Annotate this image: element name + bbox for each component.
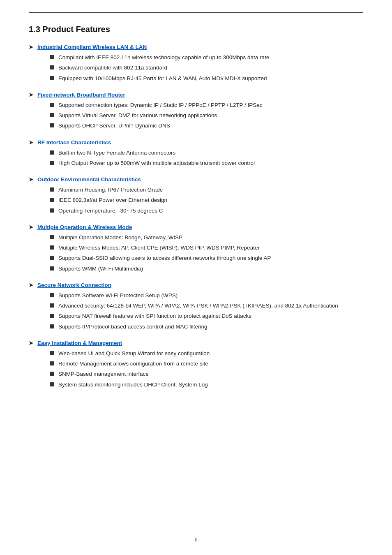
list-item: Aluminum Housing, IP67 Protection Grade <box>50 186 363 194</box>
list-item: High Output Power up to 500mW with multi… <box>50 159 363 167</box>
bullet-text: Aluminum Housing, IP67 Protection Grade <box>58 186 163 194</box>
list-item: Backward compatible with 802.11a standar… <box>50 64 363 72</box>
bullet-text: Supports Virtual Server, DMZ for various… <box>58 111 217 120</box>
list-item: Multiple Wireless Modes: AP, Client CPE … <box>50 244 363 252</box>
feature-heading-row-easy-install: ➤Easy Installation & Management <box>29 340 363 346</box>
feature-heading-fixed-network: Fixed-network Broadband Router <box>37 92 125 98</box>
feature-heading-outdoor-env: Outdoor Environmental Characteristics <box>37 176 141 183</box>
bullet-text: Supports IP/Protocol-based access contro… <box>58 323 207 331</box>
bullet-text: Supports Dual-SSID allowing users to acc… <box>58 254 271 262</box>
bullet-list-industrial-lan: Compliant with IEEE 802.11n wireless tec… <box>29 53 363 83</box>
list-item: Supports Virtual Server, DMZ for various… <box>50 111 363 120</box>
arrow-icon-rf-interface: ➤ <box>29 139 33 146</box>
bullet-square-icon <box>50 324 54 328</box>
arrow-icon-fixed-network: ➤ <box>29 92 33 98</box>
bullet-text: Multiple Wireless Modes: AP, Client CPE … <box>58 244 260 252</box>
feature-heading-row-secure-network: ➤Secure Network Connection <box>29 282 363 288</box>
bullet-square-icon <box>50 351 54 355</box>
bullet-square-icon <box>50 55 54 59</box>
bullet-text: Supports WMM (Wi-Fi Multimedia) <box>58 265 143 273</box>
bullet-text: Supported connection types: Dynamic IP /… <box>58 101 263 109</box>
feature-heading-row-outdoor-env: ➤Outdoor Environmental Characteristics <box>29 176 363 183</box>
bullet-square-icon <box>50 103 54 107</box>
bullet-list-easy-install: Web-based UI and Quick Setup Wizard for … <box>29 349 363 389</box>
list-item: Remote Management allows configuration f… <box>50 360 363 368</box>
list-item: Equipped with 10/100Mbps RJ-45 Ports for… <box>50 74 363 83</box>
list-item: Supports IP/Protocol-based access contro… <box>50 323 363 331</box>
bullet-text: Web-based UI and Quick Setup Wizard for … <box>58 349 210 358</box>
bullet-square-icon <box>50 235 54 239</box>
arrow-icon-secure-network: ➤ <box>29 282 33 288</box>
feature-block-industrial-lan: ➤Industrial Compliant Wireless LAN & LAN… <box>29 44 363 83</box>
bullet-text: Supports NAT firewall features with SPI … <box>58 312 251 320</box>
list-item: Supports Software Wi-Fi Protected Setup … <box>50 291 363 300</box>
feature-block-easy-install: ➤Easy Installation & ManagementWeb-based… <box>29 340 363 389</box>
list-item: Built-in two N-Type Female Antenna conne… <box>50 149 363 157</box>
arrow-icon-outdoor-env: ➤ <box>29 176 33 183</box>
feature-heading-easy-install: Easy Installation & Management <box>37 340 122 346</box>
feature-heading-multiple-op: Multiple Operation & Wireless Mode <box>37 224 132 230</box>
bullet-list-fixed-network: Supported connection types: Dynamic IP /… <box>29 101 363 130</box>
bullet-square-icon <box>50 303 54 308</box>
bullet-square-icon <box>50 266 54 271</box>
list-item: Supported connection types: Dynamic IP /… <box>50 101 363 109</box>
bullet-square-icon <box>50 372 54 376</box>
bullet-square-icon <box>50 76 54 80</box>
list-item: Advanced security: 64/128-bit WEP, WPA /… <box>50 302 363 310</box>
bullet-square-icon <box>50 150 54 155</box>
bullet-square-icon <box>50 123 54 127</box>
bullet-text: IEEE 802.3af/at Power over Ethernet desi… <box>58 196 167 204</box>
feature-block-outdoor-env: ➤Outdoor Environmental CharacteristicsAl… <box>29 176 363 215</box>
top-divider <box>29 12 363 13</box>
bullet-text: Advanced security: 64/128-bit WEP, WPA /… <box>58 302 338 310</box>
page-number: -6- <box>0 536 392 543</box>
bullet-list-secure-network: Supports Software Wi-Fi Protected Setup … <box>29 291 363 331</box>
bullet-square-icon <box>50 161 54 165</box>
bullet-square-icon <box>50 293 54 297</box>
bullet-text: Equipped with 10/100Mbps RJ-45 Ports for… <box>58 74 267 83</box>
bullet-square-icon <box>50 256 54 260</box>
list-item: IEEE 802.3af/at Power over Ethernet desi… <box>50 196 363 204</box>
arrow-icon-easy-install: ➤ <box>29 340 33 346</box>
bullet-square-icon <box>50 198 54 202</box>
bullet-list-rf-interface: Built-in two N-Type Female Antenna conne… <box>29 149 363 168</box>
list-item: Multiple Operation Modes: Bridge, Gatewa… <box>50 234 363 242</box>
bullet-square-icon <box>50 65 54 69</box>
feature-heading-row-industrial-lan: ➤Industrial Compliant Wireless LAN & LAN <box>29 44 363 50</box>
feature-heading-row-rf-interface: ➤RF Interface Characteristics <box>29 139 363 146</box>
bullet-square-icon <box>50 187 54 192</box>
list-item: Web-based UI and Quick Setup Wizard for … <box>50 349 363 358</box>
bullet-text: Supports Software Wi-Fi Protected Setup … <box>58 291 178 300</box>
bullet-square-icon <box>50 361 54 365</box>
arrow-icon-industrial-lan: ➤ <box>29 44 33 50</box>
bullet-square-icon <box>50 208 54 213</box>
bullet-square-icon <box>50 245 54 250</box>
bullet-text: Operating Temperature: -30~75 degrees C <box>58 207 163 215</box>
bullet-square-icon <box>50 314 54 318</box>
features-container: ➤Industrial Compliant Wireless LAN & LAN… <box>29 44 363 389</box>
list-item: Operating Temperature: -30~75 degrees C <box>50 207 363 215</box>
feature-heading-industrial-lan: Industrial Compliant Wireless LAN & LAN <box>37 44 147 50</box>
list-item: System status monitoring includes DHCP C… <box>50 381 363 389</box>
list-item: Compliant with IEEE 802.11n wireless tec… <box>50 53 363 62</box>
feature-block-fixed-network: ➤Fixed-network Broadband RouterSupported… <box>29 92 363 130</box>
bullet-text: Built-in two N-Type Female Antenna conne… <box>58 149 175 157</box>
feature-heading-row-fixed-network: ➤Fixed-network Broadband Router <box>29 92 363 98</box>
bullet-list-outdoor-env: Aluminum Housing, IP67 Protection GradeI… <box>29 186 363 215</box>
arrow-icon-multiple-op: ➤ <box>29 224 33 230</box>
bullet-text: Compliant with IEEE 802.11n wireless tec… <box>58 53 269 62</box>
list-item: SNMP-Based management interface <box>50 370 363 378</box>
feature-block-multiple-op: ➤Multiple Operation & Wireless ModeMulti… <box>29 224 363 273</box>
bullet-square-icon <box>50 113 54 117</box>
list-item: Supports WMM (Wi-Fi Multimedia) <box>50 265 363 273</box>
bullet-text: Multiple Operation Modes: Bridge, Gatewa… <box>58 234 182 242</box>
feature-heading-rf-interface: RF Interface Characteristics <box>37 139 111 146</box>
bullet-text: Supports DHCP Server, UPnP, Dynamic DNS <box>58 122 170 130</box>
page: 1.3 Product Features ➤Industrial Complia… <box>0 0 392 555</box>
bullet-text: SNMP-Based management interface <box>58 370 149 378</box>
page-title: 1.3 Product Features <box>29 25 363 34</box>
bullet-text: Remote Management allows configuration f… <box>58 360 208 368</box>
feature-heading-secure-network: Secure Network Connection <box>37 282 111 288</box>
feature-block-rf-interface: ➤RF Interface CharacteristicsBuilt-in tw… <box>29 139 363 168</box>
list-item: Supports DHCP Server, UPnP, Dynamic DNS <box>50 122 363 130</box>
